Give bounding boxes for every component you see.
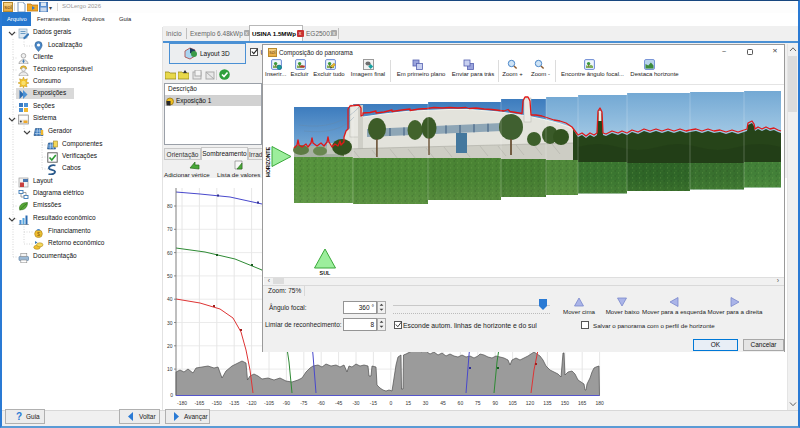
- svg-text:-165: -165: [194, 400, 204, 406]
- svg-text:-180: -180: [177, 400, 187, 406]
- svg-text:15: 15: [405, 400, 411, 406]
- svg-text:180: 180: [595, 400, 604, 406]
- svg-text:50: 50: [167, 273, 173, 279]
- svg-text:30: 30: [423, 400, 429, 406]
- svg-text:0: 0: [170, 392, 173, 398]
- svg-text:0: 0: [389, 400, 392, 406]
- svg-text:-75: -75: [300, 400, 307, 406]
- svg-text:SUL: SUL: [320, 270, 331, 276]
- svg-text:-150: -150: [212, 400, 222, 406]
- svg-text:-30: -30: [352, 400, 359, 406]
- svg-text:HORIZONTE: HORIZONTE: [265, 147, 271, 177]
- svg-text:165: 165: [578, 400, 587, 406]
- svg-text:-45: -45: [335, 400, 342, 406]
- svg-text:-120: -120: [247, 400, 257, 406]
- svg-text:90: 90: [492, 400, 498, 406]
- svg-text:105: 105: [508, 400, 517, 406]
- svg-text:80: 80: [167, 203, 173, 209]
- svg-text:-90: -90: [283, 400, 290, 406]
- svg-text:-105: -105: [264, 400, 274, 406]
- svg-text:60: 60: [458, 400, 464, 406]
- svg-text:20: 20: [167, 343, 173, 349]
- svg-text:-60: -60: [318, 400, 325, 406]
- svg-text:120: 120: [526, 400, 535, 406]
- svg-text:75: 75: [475, 400, 481, 406]
- svg-text:135: 135: [543, 400, 552, 406]
- svg-text:-135: -135: [229, 400, 239, 406]
- svg-text:30: 30: [167, 320, 173, 326]
- svg-text:60: 60: [167, 250, 173, 256]
- svg-text:10: 10: [167, 366, 173, 372]
- svg-text:45: 45: [440, 400, 446, 406]
- svg-text:$: $: [37, 231, 40, 237]
- svg-text:40: 40: [167, 296, 173, 302]
- svg-text:70: 70: [167, 226, 173, 232]
- svg-text:150: 150: [561, 400, 570, 406]
- svg-text:-15: -15: [370, 400, 377, 406]
